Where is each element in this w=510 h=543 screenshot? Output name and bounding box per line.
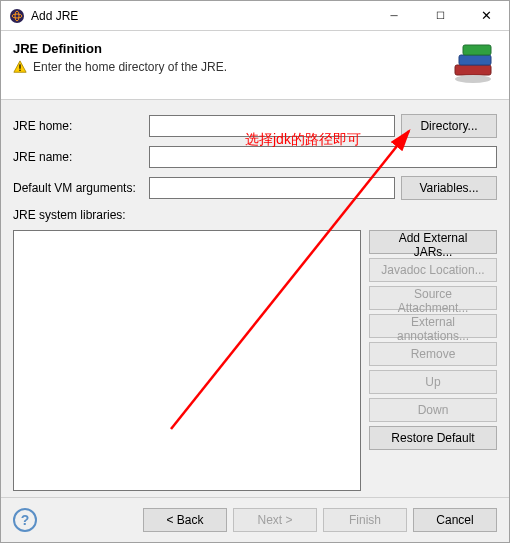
jre-name-input[interactable] xyxy=(149,146,497,168)
dialog-body: JRE home: Directory... JRE name: Default… xyxy=(1,100,509,497)
directory-button[interactable]: Directory... xyxy=(401,114,497,138)
svg-rect-3 xyxy=(19,64,20,68)
close-button[interactable]: ✕ xyxy=(463,1,509,31)
up-button: Up xyxy=(369,370,497,394)
maximize-button[interactable]: ☐ xyxy=(417,1,463,31)
svg-rect-7 xyxy=(463,45,491,55)
javadoc-location-button: Javadoc Location... xyxy=(369,258,497,282)
finish-button: Finish xyxy=(323,508,407,532)
down-button: Down xyxy=(369,398,497,422)
dialog-window: Add JRE ─ ☐ ✕ JRE Definition Enter the h… xyxy=(0,0,510,543)
footer: ? < Back Next > Finish Cancel xyxy=(1,497,509,542)
eclipse-icon xyxy=(9,8,25,24)
system-libraries-list[interactable] xyxy=(13,230,361,491)
next-button: Next > xyxy=(233,508,317,532)
add-external-jars-button[interactable]: Add External JARs... xyxy=(369,230,497,254)
vm-args-label: Default VM arguments: xyxy=(13,181,143,195)
source-attachment-button: Source Attachment... xyxy=(369,286,497,310)
svg-rect-4 xyxy=(19,70,20,71)
library-buttons: Add External JARs... Javadoc Location...… xyxy=(369,230,497,491)
jre-name-label: JRE name: xyxy=(13,150,143,164)
warning-icon xyxy=(13,60,27,74)
titlebar: Add JRE ─ ☐ ✕ xyxy=(1,1,509,31)
remove-button: Remove xyxy=(369,342,497,366)
help-button[interactable]: ? xyxy=(13,508,37,532)
cancel-button[interactable]: Cancel xyxy=(413,508,497,532)
external-annotations-button: External annotations... xyxy=(369,314,497,338)
window-title: Add JRE xyxy=(31,9,371,23)
header-message: Enter the home directory of the JRE. xyxy=(33,60,227,74)
libs-label: JRE system libraries: xyxy=(13,208,126,222)
restore-default-button[interactable]: Restore Default xyxy=(369,426,497,450)
vm-args-input[interactable] xyxy=(149,177,395,199)
svg-point-8 xyxy=(455,75,491,83)
back-button[interactable]: < Back xyxy=(143,508,227,532)
jre-home-input[interactable] xyxy=(149,115,395,137)
minimize-button[interactable]: ─ xyxy=(371,1,417,31)
books-icon xyxy=(449,41,497,89)
variables-button[interactable]: Variables... xyxy=(401,176,497,200)
svg-rect-6 xyxy=(459,55,491,65)
svg-rect-5 xyxy=(455,65,491,75)
jre-home-label: JRE home: xyxy=(13,119,143,133)
header-banner: JRE Definition Enter the home directory … xyxy=(1,31,509,100)
header-title: JRE Definition xyxy=(13,41,449,56)
